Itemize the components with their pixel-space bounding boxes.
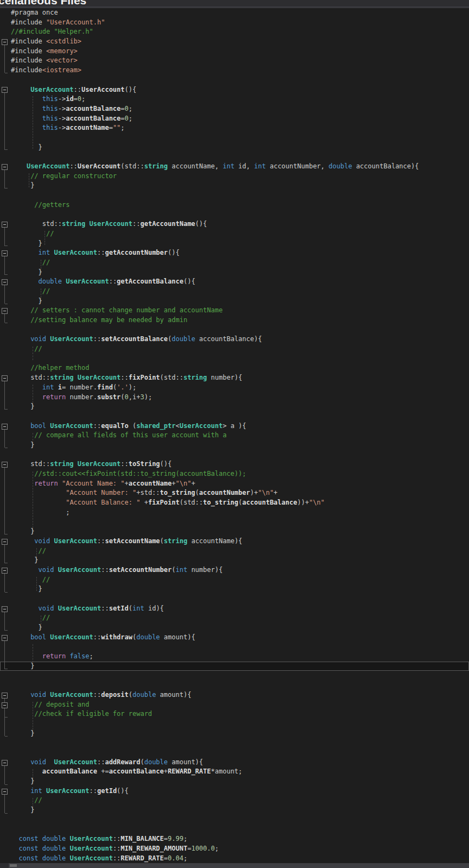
code-token: //check if eligible for reward	[34, 710, 152, 718]
code-line: }	[0, 729, 469, 739]
code-token: // setters : cannot change number and ac…	[30, 306, 223, 314]
code-token: this	[42, 95, 58, 103]
code-token: UserAccount	[30, 86, 73, 93]
code-token: 1000.0	[191, 845, 214, 852]
code-token: accountNumber,	[266, 162, 329, 170]
code-token	[39, 835, 42, 842]
code-line: bool UserAccount::equalTo (shared_ptr<Us…	[0, 422, 469, 431]
code-line: void UserAccount::deposit(double amount)…	[0, 690, 469, 700]
fold-collapse-button[interactable]	[2, 39, 8, 45]
code-token: <	[175, 422, 179, 430]
code-token: '.'	[117, 383, 129, 391]
fold-bracket-line	[4, 766, 5, 784]
code-token: ))+	[297, 499, 309, 506]
code-token: UserAccount	[58, 605, 101, 612]
code-token: <cstdlib>	[46, 37, 81, 45]
code-token: 0	[125, 393, 129, 401]
code-token: setAccountBalance	[101, 335, 168, 343]
fold-collapse-button[interactable]	[2, 164, 8, 170]
fold-collapse-button[interactable]	[2, 87, 8, 93]
code-token: =	[121, 115, 124, 122]
code-line	[0, 133, 469, 143]
code-token: accountBalance	[242, 499, 297, 506]
code-line	[0, 642, 469, 652]
code-token	[50, 249, 54, 256]
code-line: UserAccount::UserAccount(){	[0, 85, 469, 95]
fold-collapse-button[interactable]	[2, 222, 8, 228]
code-token: ;	[121, 124, 124, 131]
code-token: accountBalance){	[352, 162, 419, 170]
code-token: UserAccount	[90, 220, 132, 228]
code-token: //std::cout<<fixPoint(std::to_string(acc…	[34, 470, 246, 477]
code-token: string	[62, 220, 85, 228]
code-line	[0, 325, 469, 335]
code-token: this	[42, 105, 58, 112]
code-line: //	[0, 287, 469, 297]
code-token: <memory>	[46, 47, 78, 55]
code-token	[85, 220, 89, 228]
fold-collapse-button[interactable]	[2, 702, 8, 708]
fold-collapse-button[interactable]	[2, 789, 8, 795]
fold-collapse-button[interactable]	[2, 424, 8, 430]
fold-collapse-button[interactable]	[2, 760, 8, 766]
code-line	[0, 210, 469, 219]
code-token: setId	[109, 605, 129, 612]
code-lines: #pragma once#include "UserAccount.h"//#i…	[0, 8, 469, 863]
code-token: );	[129, 383, 136, 391]
fold-collapse-button[interactable]	[2, 462, 8, 468]
code-line: //setting balance may be needed by admin	[0, 316, 469, 325]
code-token: 0.04	[168, 854, 183, 862]
code-line: "Account Number: "+std::to_string(accoun…	[0, 488, 469, 498]
code-token: UserAccount	[78, 460, 121, 468]
fold-collapse-button[interactable]	[2, 606, 8, 612]
code-token	[39, 845, 42, 852]
code-token: ->	[58, 115, 66, 122]
code-token: ;	[183, 835, 187, 842]
code-token: return	[42, 652, 66, 660]
fold-collapse-button[interactable]	[2, 308, 8, 314]
code-token: fixPoint	[129, 374, 160, 381]
code-token: (){	[125, 86, 137, 93]
code-token: ::	[113, 835, 121, 842]
code-token: shared_ptr	[136, 422, 175, 430]
document-tab-bar[interactable]: Miscellaneous Files	[0, 0, 469, 7]
code-line: //#include "Helper.h"	[0, 27, 469, 37]
fold-collapse-button[interactable]	[2, 375, 8, 381]
fold-collapse-button[interactable]	[2, 250, 8, 256]
fold-collapse-button[interactable]	[2, 279, 8, 285]
horizontal-scrollbar-thumb[interactable]	[10, 864, 17, 867]
code-token: #include	[11, 47, 46, 55]
fold-collapse-button[interactable]	[2, 635, 8, 641]
code-line: this->accountBalance=0;	[0, 114, 469, 124]
code-line: //	[0, 344, 469, 354]
code-line: }	[0, 181, 469, 191]
code-line	[0, 450, 469, 460]
code-line	[0, 738, 469, 748]
code-editor[interactable]: #pragma once#include "UserAccount.h"//#i…	[0, 8, 469, 863]
code-token: }	[39, 240, 42, 247]
code-token	[54, 566, 58, 574]
code-line: accountBalance +=accountBalance+REWARD_R…	[0, 767, 469, 777]
code-token: //	[39, 547, 46, 555]
fold-collapse-button[interactable]	[2, 539, 8, 545]
code-token: setAccountNumber	[109, 566, 172, 574]
code-line: }	[0, 441, 469, 450]
code-token: double	[144, 758, 168, 766]
code-line: //	[0, 229, 469, 239]
code-token: amount){	[168, 758, 203, 766]
fold-collapse-button[interactable]	[2, 568, 8, 574]
code-token: int	[42, 383, 54, 391]
fold-bracket-tick	[5, 188, 8, 188]
code-token: //	[42, 614, 50, 621]
code-token: ::	[101, 566, 109, 574]
fold-collapse-button[interactable]	[2, 693, 8, 699]
code-token: accountName	[66, 124, 109, 131]
code-token: UserAccount	[78, 374, 121, 381]
code-token: }	[30, 777, 34, 785]
code-token: "\n"	[258, 489, 274, 496]
code-token: //getters	[34, 201, 69, 209]
code-token: withdraw	[101, 633, 132, 641]
horizontal-scrollbar[interactable]	[0, 863, 469, 868]
code-token: false	[69, 652, 89, 660]
code-token: (	[129, 422, 136, 430]
